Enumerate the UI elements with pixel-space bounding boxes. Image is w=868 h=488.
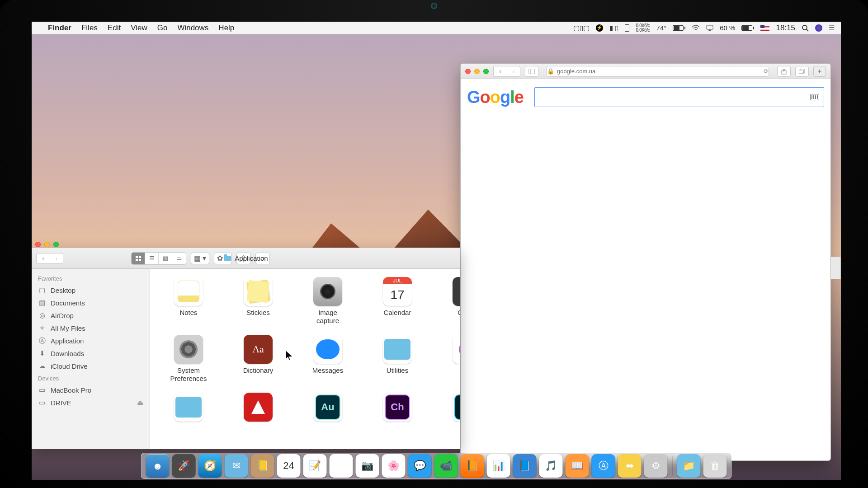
photos-icon bbox=[453, 335, 460, 364]
app-audition[interactable]: Au bbox=[298, 393, 357, 422]
dock-ibooks[interactable]: 📖 bbox=[566, 454, 589, 478]
network-speed[interactable]: 0.0Кб/с0.0Кб/с bbox=[636, 23, 650, 33]
battery-percent[interactable]: 60 % bbox=[720, 24, 735, 32]
safari-new-tab[interactable]: + bbox=[813, 66, 826, 77]
dock-reminders[interactable]: ☑ bbox=[330, 454, 353, 478]
battery-icon[interactable] bbox=[741, 25, 754, 31]
phone-icon[interactable] bbox=[625, 24, 629, 32]
dock-ibooks-author[interactable]: 📙 bbox=[461, 454, 484, 478]
dock-finder[interactable]: ☻ bbox=[146, 454, 170, 478]
sidebar-drive[interactable]: ▭DRIVE⏏ bbox=[32, 396, 150, 409]
safari-zoom[interactable] bbox=[483, 69, 489, 74]
dock-numbers[interactable]: 📊 bbox=[487, 454, 510, 478]
clock[interactable]: 18:15 bbox=[776, 23, 795, 33]
eject-icon[interactable]: ⏏ bbox=[137, 399, 143, 407]
sidebar-desktop[interactable]: ▢Desktop bbox=[32, 284, 150, 296]
siri-icon[interactable] bbox=[815, 24, 822, 32]
dock-safari[interactable]: 🧭 bbox=[198, 454, 222, 478]
sidebar-allmyfiles[interactable]: ✧All My Files bbox=[32, 322, 150, 334]
sidebar-macbookpro[interactable]: ▭MacBook Pro bbox=[32, 384, 150, 396]
dock-launchpad[interactable]: 🚀 bbox=[172, 454, 196, 478]
safari-close[interactable] bbox=[465, 69, 471, 74]
safari-address-bar[interactable]: 🔒 google.com.ua ⟳ bbox=[547, 66, 769, 77]
app-dictionary[interactable]: Dictionary bbox=[229, 335, 288, 383]
dock-split[interactable]: ⬌ bbox=[618, 454, 642, 478]
menu-edit[interactable]: Edit bbox=[108, 23, 121, 33]
dock-downloads[interactable]: 📁 bbox=[677, 454, 701, 478]
wifi-icon[interactable] bbox=[692, 25, 700, 31]
app-adobe[interactable] bbox=[229, 393, 288, 422]
temperature[interactable]: 74° bbox=[656, 24, 667, 32]
menu-go[interactable]: Go bbox=[157, 23, 168, 33]
finder-close[interactable] bbox=[35, 242, 41, 247]
safari-forward[interactable]: › bbox=[507, 66, 520, 77]
finder-forward[interactable]: › bbox=[50, 253, 63, 264]
gear-icon bbox=[174, 335, 203, 364]
safari-titlebar[interactable]: ‹ › 🔒 google.com.ua ⟳ + bbox=[461, 64, 830, 79]
sidebar-downloads[interactable]: ⬇Downloads bbox=[32, 347, 150, 360]
dock-itunes[interactable]: 🎵 bbox=[539, 454, 563, 478]
svg-rect-10 bbox=[136, 259, 138, 261]
app-stickies[interactable]: Stickies bbox=[229, 277, 288, 325]
app-notes[interactable]: Notes bbox=[159, 277, 218, 325]
gallery-view[interactable]: ▭ bbox=[172, 253, 186, 264]
google-search-input[interactable] bbox=[539, 93, 810, 102]
menu-help[interactable]: Help bbox=[218, 23, 234, 33]
dock-mail[interactable]: ✉ bbox=[225, 454, 248, 478]
dock-keynote[interactable]: 📘 bbox=[513, 454, 537, 478]
menu-view[interactable]: View bbox=[131, 23, 147, 33]
safari-back[interactable]: ‹ bbox=[493, 66, 507, 77]
dock-appstore[interactable]: Ⓐ bbox=[592, 454, 615, 478]
notification-center-icon[interactable]: ☰ bbox=[829, 24, 835, 32]
keyboard-icon[interactable] bbox=[810, 94, 819, 100]
sidebar-documents[interactable]: ▤Documents bbox=[32, 296, 150, 309]
menu-files[interactable]: Files bbox=[81, 23, 98, 33]
reload-icon[interactable]: ⟳ bbox=[764, 68, 769, 75]
finder-zoom[interactable] bbox=[53, 242, 59, 247]
app-messages[interactable]: Messages bbox=[298, 335, 357, 383]
sidebar-airdrop[interactable]: ◎AirDrop bbox=[32, 309, 150, 322]
dock-messages[interactable]: 💬 bbox=[408, 454, 432, 478]
app-photos[interactable]: Phot bbox=[438, 335, 460, 383]
dock-photobooth[interactable]: 📷 bbox=[356, 454, 379, 478]
app-folder[interactable] bbox=[159, 393, 218, 422]
app-character[interactable]: Ch bbox=[368, 393, 427, 422]
photoshop-icon: Ps bbox=[453, 393, 460, 422]
dock-photos[interactable]: 🌸 bbox=[382, 454, 406, 478]
battery-icon-small[interactable] bbox=[673, 25, 685, 31]
safari-share[interactable] bbox=[777, 66, 791, 77]
split-view-icon[interactable]: ▢▯▢ bbox=[573, 24, 590, 32]
menu-windows[interactable]: Windows bbox=[177, 23, 208, 33]
app-photoshop[interactable]: Ps bbox=[438, 393, 460, 422]
safari-minimize[interactable] bbox=[474, 69, 480, 74]
devices-icon[interactable]: ▮ ▯ bbox=[609, 24, 618, 32]
sidebar-application[interactable]: ⒶApplication bbox=[32, 334, 150, 347]
dock-trash[interactable]: 🗑 bbox=[703, 454, 727, 478]
app-name[interactable]: Finder bbox=[48, 23, 71, 33]
safari-tabs[interactable] bbox=[795, 66, 809, 77]
app-imagecapture[interactable]: Image capture bbox=[298, 277, 357, 325]
dock-notes[interactable]: 📝 bbox=[303, 454, 327, 478]
dock-calendar[interactable]: 24 bbox=[277, 454, 301, 478]
google-search-box[interactable] bbox=[534, 87, 824, 107]
app-utilities[interactable]: Utilities bbox=[368, 335, 427, 383]
dock-systemprefs[interactable]: ⚙ bbox=[644, 454, 668, 478]
app-systemprefs[interactable]: System Preferences bbox=[159, 335, 218, 383]
column-view[interactable]: ▥ bbox=[159, 253, 172, 264]
energy-icon[interactable]: ⚡ bbox=[596, 24, 603, 32]
finder-minimize[interactable] bbox=[44, 242, 50, 247]
app-calculator[interactable]: Calcul bbox=[438, 277, 460, 325]
finder-view-switch[interactable]: ☰ ▥ ▭ bbox=[131, 252, 186, 265]
airplay-icon[interactable] bbox=[706, 25, 713, 31]
list-view[interactable]: ☰ bbox=[145, 253, 159, 264]
safari-sidebar-toggle[interactable] bbox=[525, 66, 538, 77]
icon-view[interactable] bbox=[132, 253, 145, 264]
spotlight-icon[interactable] bbox=[802, 24, 809, 32]
finder-back[interactable]: ‹ bbox=[36, 253, 50, 264]
input-source-us[interactable] bbox=[760, 25, 769, 31]
sidebar-icloud[interactable]: ☁iCloud Drive bbox=[32, 360, 150, 372]
app-calendar[interactable]: JUL 17 Calendar bbox=[368, 277, 427, 325]
arrange-menu[interactable]: ▦ ▾ bbox=[191, 253, 209, 264]
dock-contacts[interactable]: 📒 bbox=[251, 454, 274, 478]
dock-facetime[interactable]: 📹 bbox=[434, 454, 458, 478]
